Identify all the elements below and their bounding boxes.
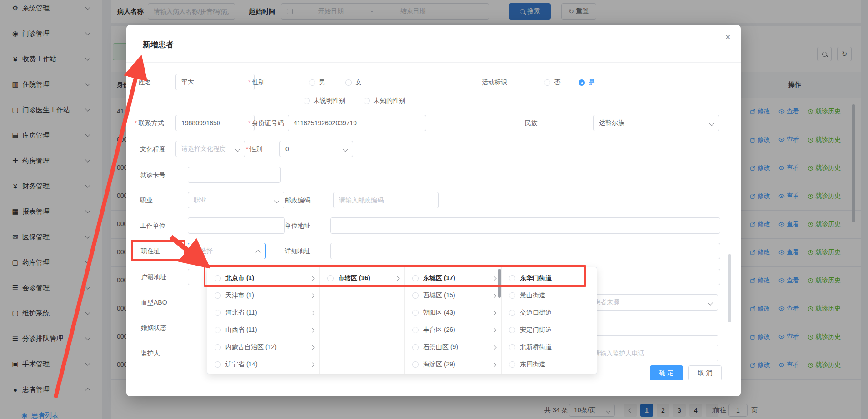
cascader-option-辽宁省 (14)[interactable]: 辽宁省 (14) [207,356,319,373]
cascader-option-北新桥街道[interactable]: 北新桥街道 [502,339,597,356]
radio-icon [509,275,515,281]
radio-icon [412,275,419,281]
cascader-option-丰台区 (26)[interactable]: 丰台区 (26) [405,321,501,339]
chevron-right-icon [492,362,497,367]
app-screen: ⚙系统管理◉门诊管理¥收费工作站▥住院管理▢门诊医生工作站▤库房管理✚药房管理¥… [0,0,868,419]
cascader-option-label: 北新桥街道 [520,343,593,351]
modal-header-divider [126,62,741,63]
chevron-down-icon [708,300,713,305]
id-number-input[interactable] [288,115,426,131]
cascader-option-北京市 (1)[interactable]: 北京市 (1) [207,270,319,287]
card-no-input[interactable] [188,167,281,183]
cascader-option-市辖区 (16)[interactable]: 市辖区 (16) [320,270,404,287]
chevron-right-icon [310,311,315,315]
detail-address-input[interactable] [330,243,720,259]
cascader-option-内蒙古自治区 (12)[interactable]: 内蒙古自治区 (12) [207,339,319,356]
registered-address-label: 户籍地址 [141,273,166,281]
cascader-option-label: 海淀区 (29) [423,360,493,369]
cascader-option-山西省 (11)[interactable]: 山西省 (11) [207,321,319,339]
occupation-label: 职业 [140,197,153,205]
radio-icon [215,275,221,281]
cascader-option-label: 山西省 (11) [225,326,311,334]
radio-icon [215,344,221,350]
cascader-option-朝阳区 (43)[interactable]: 朝阳区 (43) [405,304,501,321]
radio-icon [309,79,315,86]
cascader-option-label: 石景山区 (9) [423,343,493,351]
radio-icon [364,98,370,104]
postal-code-label: 邮政编码 [285,197,310,205]
radio-icon [412,292,419,299]
close-icon[interactable]: × [725,32,731,42]
radio-icon [509,344,515,350]
chevron-right-icon [310,276,315,281]
cancel-button[interactable]: 取 消 [688,365,722,380]
unit-address-input[interactable] [330,217,720,234]
cascader-option-天津市 (1)[interactable]: 天津市 (1) [207,287,319,304]
current-address-cascader[interactable]: 请选择 [188,243,266,259]
active-flag-radio-no[interactable]: 否 [544,79,560,87]
chevron-right-icon [310,362,315,367]
modal-scrollbar[interactable] [728,254,731,322]
cascader-option-安定门街道[interactable]: 安定门街道 [502,321,597,339]
guardian-label: 监护人 [141,350,160,358]
chevron-right-icon [492,345,497,350]
gender-radio-unspecified[interactable]: 未说明性别 [304,97,345,105]
chevron-down-icon [274,198,279,203]
gender-code-select[interactable]: 0 [279,141,353,157]
cascader-column-1: 北京市 (1)天津市 (1)河北省 (11)山西省 (11)内蒙古自治区 (12… [207,267,320,374]
postal-code-input[interactable] [333,192,439,208]
confirm-button[interactable]: 确 定 [650,365,683,380]
name-input[interactable] [175,74,255,90]
gender-radio-unknown[interactable]: 未知的性别 [364,97,405,105]
ethnicity-label: 民族 [525,119,538,128]
cascader-option-西城区 (15)[interactable]: 西城区 (15) [405,287,501,304]
occupation-select[interactable]: 职业 [188,192,284,208]
add-patient-modal: 新增患者 × *姓名 *性别 男 女 未说明性别 未知的性别 活动标识 否 是 … [126,25,741,396]
chevron-up-icon [255,250,260,255]
radio-icon [412,327,419,333]
cascader-option-海淀区 (29)[interactable]: 海淀区 (29) [405,356,501,373]
education-select[interactable]: 请选择文化程度 [175,141,245,157]
cascader-option-河北省 (11)[interactable]: 河北省 (11) [207,304,319,321]
cascader-option-东城区 (17)[interactable]: 东城区 (17) [405,270,501,287]
active-flag-radio-yes[interactable]: 是 [579,79,595,87]
chevron-down-icon [709,121,714,126]
cascader-option-label: 北京市 (1) [225,274,311,282]
cascader-scrollbar[interactable] [498,269,501,298]
ethnicity-select[interactable]: 达斡尔族 [593,115,719,131]
gender-radio-male[interactable]: 男 [309,79,325,87]
cascader-option-label: 辽宁省 (14) [225,360,311,369]
radio-selected-icon [579,79,585,86]
chevron-right-icon [310,328,315,332]
marital-status-label: 婚姻状态 [141,324,166,332]
marital-status-input[interactable] [582,320,718,336]
cascader-option-label: 交道口街道 [520,309,593,317]
radio-icon [509,310,515,316]
gender-radio-female[interactable]: 女 [345,79,362,87]
active-flag-label: 活动标识 [482,79,507,87]
detail-address-label: 详细地址 [285,247,310,256]
work-unit-label: 工作单位 [140,222,165,230]
radio-icon [412,344,419,350]
cascader-option-石景山区 (9)[interactable]: 石景山区 (9) [405,339,501,356]
cascader-option-label: 丰台区 (26) [423,326,493,334]
cascader-option-东华门街道[interactable]: 东华门街道 [502,270,597,287]
cascader-option-交道口街道[interactable]: 交道口街道 [502,304,597,321]
cascader-column-2: 市辖区 (16) [320,267,405,374]
radio-icon [412,310,419,316]
cascader-option-label: 内蒙古自治区 (12) [225,343,311,351]
work-unit-input[interactable] [188,217,285,234]
cascader-option-景山街道[interactable]: 景山街道 [502,287,597,304]
cascader-option-label: 西城区 (15) [423,291,493,300]
chevron-right-icon [492,276,497,281]
current-address-label: 现住址 [141,247,160,256]
guardian-phone-input[interactable] [588,345,718,361]
address-cascader-panel: 北京市 (1)天津市 (1)河北省 (11)山西省 (11)内蒙古自治区 (12… [207,267,597,374]
radio-icon [412,361,419,368]
cascader-option-label: 东四街道 [520,360,593,369]
cascader-option-label: 东城区 (17) [423,274,493,282]
radio-icon [544,79,550,86]
chevron-right-icon [395,276,400,281]
cascader-option-东四街道[interactable]: 东四街道 [502,356,597,373]
phone-input[interactable] [175,115,255,131]
